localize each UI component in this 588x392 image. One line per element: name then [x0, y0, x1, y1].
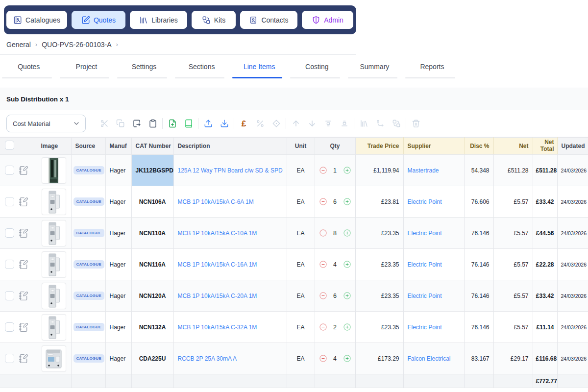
kits-icon[interactable] [388, 119, 404, 128]
cat-number[interactable]: CDA225U [139, 355, 166, 362]
admin-icon [312, 16, 320, 24]
row-checkbox[interactable] [5, 228, 14, 238]
description-link[interactable]: MCB 1P 10kA/15kA C-10A 1M [178, 230, 257, 237]
qty-increase-button[interactable] [343, 323, 351, 331]
nav-catalogues-button[interactable]: Catalogues [6, 11, 67, 29]
description-link[interactable]: MCB 1P 10kA/15kA C-16A 1M [178, 261, 257, 268]
cat-number[interactable]: NCN120A [139, 293, 166, 299]
cost-mode-select[interactable]: Cost Material [6, 115, 86, 132]
supplier-link[interactable]: Electric Point [408, 198, 442, 205]
libraries-icon[interactable] [356, 119, 372, 128]
product-image[interactable] [42, 283, 66, 309]
notebook-pen-icon[interactable] [19, 166, 28, 175]
notebook-pen-icon[interactable] [19, 260, 28, 270]
qty-increase-button[interactable] [343, 260, 351, 269]
product-image[interactable] [42, 189, 66, 215]
row-checkbox[interactable] [5, 354, 14, 363]
row-checkbox[interactable] [5, 322, 14, 332]
product-image[interactable] [42, 251, 66, 278]
copy-icon[interactable] [112, 119, 128, 128]
trash-icon[interactable] [408, 119, 424, 128]
supplier-link[interactable]: Electric Point [408, 293, 442, 299]
tab-sections[interactable]: Sections [173, 55, 231, 78]
select-all-checkbox[interactable] [5, 141, 14, 150]
download-icon[interactable] [216, 119, 232, 128]
discount: 76.146 [471, 293, 490, 299]
move-bottom-icon[interactable] [336, 119, 352, 128]
paste-special-icon[interactable] [128, 119, 145, 128]
product-image[interactable] [42, 345, 66, 372]
description-link[interactable]: MCB 1P 10kA/15kA C-20A 1M [178, 293, 257, 299]
qty-decrease-button[interactable] [319, 354, 327, 363]
nav-contacts-button[interactable]: Contacts [240, 11, 297, 29]
nav-kits-button[interactable]: Kits [192, 11, 236, 29]
clipboard-icon[interactable] [145, 119, 161, 128]
supplier-link[interactable]: Falcon Electrical [408, 355, 451, 362]
pound-icon[interactable]: £ [236, 120, 252, 128]
qty-increase-button[interactable] [343, 292, 351, 300]
cat-number[interactable]: NCN132A [139, 324, 166, 331]
tab-costing[interactable]: Costing [288, 55, 346, 78]
unit: EA [296, 324, 304, 331]
cat-number[interactable]: NCN110A [139, 230, 166, 237]
notebook-pen-icon[interactable] [19, 322, 28, 332]
tab-project[interactable]: Project [58, 55, 116, 78]
qty-decrease-button[interactable] [319, 166, 327, 174]
trade-price: £23.35 [381, 324, 399, 331]
nav-quotes-button[interactable]: Quotes [72, 11, 125, 29]
product-image[interactable] [42, 220, 66, 246]
description-link[interactable]: MCB 1P 10kA/15kA C-6A 1M [178, 198, 254, 205]
supplier-link[interactable]: Electric Point [408, 324, 442, 331]
qty-increase-button[interactable] [343, 354, 351, 363]
supplier-link[interactable]: Electric Point [408, 230, 442, 237]
cat-number[interactable]: NCN106A [139, 198, 166, 205]
notebook-pen-icon[interactable] [19, 291, 28, 301]
description-link[interactable]: RCCB 2P 25A 30mA A [178, 355, 237, 362]
catalogue-book-icon[interactable] [180, 119, 196, 128]
chevron-down-icon [73, 120, 80, 127]
tab-settings[interactable]: Settings [115, 55, 173, 78]
arrow-down-icon[interactable] [304, 119, 320, 128]
upload-icon[interactable] [200, 119, 216, 128]
tab-reports[interactable]: Reports [403, 55, 461, 78]
qty-decrease-button[interactable] [319, 260, 327, 269]
supplier-link[interactable]: Electric Point [408, 261, 442, 268]
nav-libraries-button[interactable]: Libraries [130, 11, 187, 29]
description-link[interactable]: MCB 1P 10kA/15kA C-32A 1M [178, 324, 257, 331]
product-image[interactable] [42, 314, 66, 341]
row-checkbox[interactable] [5, 291, 14, 300]
notebook-pen-icon[interactable] [19, 354, 28, 364]
qty-decrease-button[interactable] [319, 197, 327, 206]
qty-decrease-button[interactable] [319, 229, 327, 237]
row-checkbox[interactable] [5, 166, 14, 175]
row-checkbox[interactable] [5, 260, 14, 269]
qty-value: 4 [327, 355, 343, 362]
percent-icon[interactable] [252, 119, 268, 128]
notebook-pen-icon[interactable] [19, 197, 28, 207]
branch-plus-icon[interactable] [372, 119, 388, 128]
tab-quotes[interactable]: Quotes [0, 55, 58, 78]
qty-decrease-button[interactable] [319, 292, 327, 300]
tab-line-items[interactable]: Line Items [230, 55, 288, 78]
row-checkbox[interactable] [5, 197, 14, 206]
file-plus-icon[interactable] [164, 119, 180, 128]
breadcrumb-item[interactable]: General [6, 41, 31, 49]
nav-admin-button[interactable]: Admin [302, 11, 353, 29]
supplier-link[interactable]: Mastertrade [408, 167, 439, 174]
cat-number[interactable]: NCN116A [139, 261, 166, 268]
cut-icon[interactable] [96, 119, 112, 128]
arrow-up-icon[interactable] [288, 119, 304, 128]
qty-decrease-button[interactable] [319, 323, 327, 331]
manufacturer: Hager [110, 198, 126, 205]
product-image[interactable] [42, 157, 66, 184]
description-link[interactable]: 125A 12 Way TPN Board c/w SD & SPD [178, 167, 283, 174]
locate-icon[interactable] [268, 119, 284, 128]
tab-summary[interactable]: Summary [346, 55, 404, 78]
qty-increase-button[interactable] [343, 229, 351, 237]
qty-increase-button[interactable] [343, 197, 351, 206]
cat-number[interactable]: JK112BGSPD [136, 167, 173, 174]
notebook-pen-icon[interactable] [19, 228, 28, 238]
breadcrumb-item[interactable]: QUO-PVS-26-00103-A [42, 41, 111, 49]
qty-increase-button[interactable] [343, 166, 351, 174]
move-top-icon[interactable] [320, 119, 336, 128]
